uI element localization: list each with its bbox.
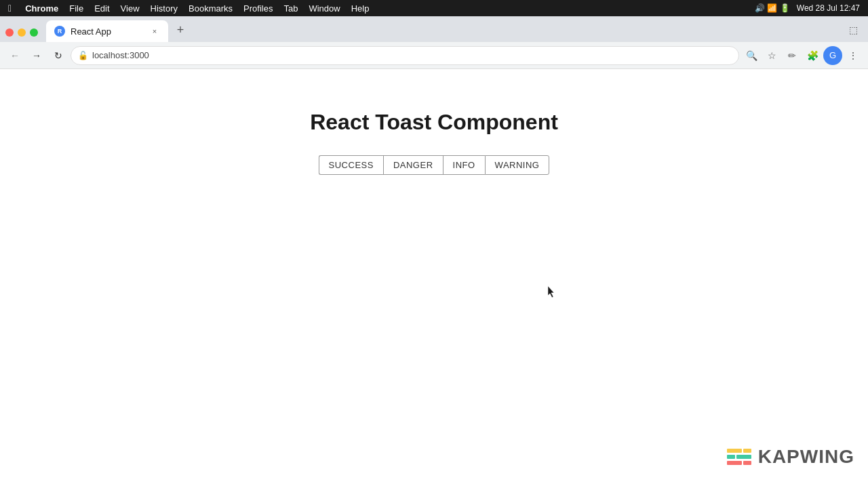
address-bar: ← → ↻ 🔓 localhost:3000 🔍 ☆ ✏ 🧩 G ⋮ [0,42,868,69]
cast-icon: ⬚ [844,20,863,39]
kapwing-logo-icon [727,449,751,465]
new-tab-button[interactable]: + [171,20,190,39]
menu-profiles[interactable]: Profiles [243,3,273,14]
browser-window: R React App × + ⬚ ← → ↻ 🔓 localhost:3000… [0,16,868,488]
edit-icon[interactable]: ✏ [783,46,802,65]
danger-button[interactable]: DANGER [383,155,443,175]
menu-file[interactable]: File [69,3,83,14]
success-button[interactable]: SUCCESS [319,155,383,175]
star-icon[interactable]: ☆ [762,46,781,65]
cursor [548,286,556,301]
menu-window[interactable]: Window [309,3,340,14]
minimize-button[interactable] [18,28,26,37]
menu-bookmarks[interactable]: Bookmarks [189,3,233,14]
menubar-left:  Chrome File Edit View History Bookmark… [8,3,369,14]
zoom-icon[interactable]: 🔍 [742,46,761,65]
url-text: localhost:3000 [92,50,149,60]
tab-label: React App [71,26,144,37]
tab-close-icon[interactable]: × [149,26,160,37]
menu-chrome[interactable]: Chrome [25,3,58,14]
apple-logo-icon:  [8,3,12,14]
menu-edit[interactable]: Edit [94,3,109,14]
tab-bar: R React App × + ⬚ [0,16,868,42]
page-title: React Toast Component [310,110,558,135]
forward-button[interactable]: → [27,46,46,65]
window-controls-right: ⬚ [844,20,863,39]
menubar-datetime: Wed 28 Jul 12:47 [797,3,860,13]
maximize-button[interactable] [30,28,38,37]
menu-icon[interactable]: ⋮ [844,46,863,65]
traffic-lights [5,28,38,37]
page-content: React Toast Component SUCCESS DANGER INF… [0,69,868,488]
menubar-icons: 🔊 📶 🔋 [755,3,790,13]
menu-tab[interactable]: Tab [283,3,298,14]
url-bar[interactable]: 🔓 localhost:3000 [71,46,739,65]
kapwing-text: KAPWING [758,446,854,468]
tab-favicon-icon: R [54,26,65,37]
toast-button-group: SUCCESS DANGER INFO WARNING [319,155,550,175]
address-bar-actions: 🔍 ☆ ✏ 🧩 G ⋮ [742,46,863,65]
macos-menubar:  Chrome File Edit View History Bookmark… [0,0,868,16]
warning-button[interactable]: WARNING [485,155,550,175]
back-button[interactable]: ← [5,46,24,65]
info-button[interactable]: INFO [443,155,485,175]
active-tab[interactable]: R React App × [46,20,168,42]
lock-icon: 🔓 [78,51,88,60]
refresh-button[interactable]: ↻ [49,46,68,65]
extensions-icon[interactable]: 🧩 [803,46,822,65]
menu-history[interactable]: History [151,3,178,14]
menu-view[interactable]: View [121,3,140,14]
menubar-right: 🔊 📶 🔋 Wed 28 Jul 12:47 [755,3,860,13]
profile-icon[interactable]: G [823,46,842,65]
kapwing-watermark: KAPWING [727,446,854,468]
close-button[interactable] [5,28,14,37]
menu-help[interactable]: Help [351,3,370,14]
